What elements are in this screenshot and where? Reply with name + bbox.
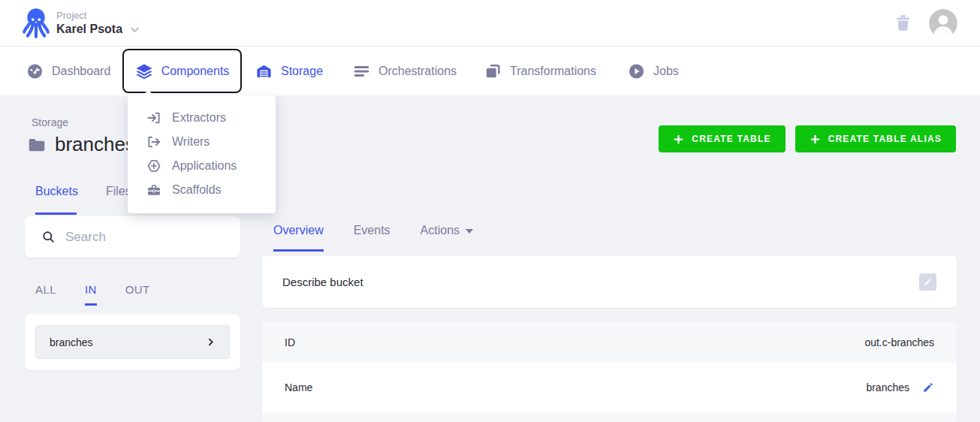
toolbox-icon (146, 182, 161, 197)
menu-item-label: Applications (172, 159, 237, 173)
components-dropdown-menu: Extractors Writers Applications (128, 95, 276, 213)
table-actions: CREATE TABLE CREATE TABLE ALIAS (659, 125, 956, 152)
menu-item-label: Extractors (172, 111, 226, 125)
app-page: Project Karel Psota (0, 0, 980, 422)
header-actions (894, 9, 957, 38)
user-avatar[interactable] (929, 9, 957, 38)
bucket-name: branches (50, 336, 93, 348)
nav-label: Dashboard (52, 65, 110, 78)
chevron-down-icon (129, 24, 140, 35)
active-tab-underline (35, 213, 77, 215)
filter-all[interactable]: ALL (35, 283, 56, 296)
table-row: ID out.c-branches (262, 321, 957, 363)
create-table-alias-label: CREATE TABLE ALIAS (828, 134, 942, 144)
bucket-list-item[interactable]: branches (35, 325, 230, 359)
chevron-right-icon (206, 337, 216, 347)
menu-item-extractors[interactable]: Extractors (128, 106, 276, 130)
nav-label: Storage (281, 65, 323, 78)
project-name-dropdown[interactable]: Karel Psota (56, 22, 140, 36)
describe-bucket-card: Describe bucket (262, 256, 957, 308)
plus-icon (673, 134, 684, 145)
nav-item-components[interactable]: Components (122, 49, 242, 93)
row-label: Name (285, 381, 312, 393)
sign-out-icon (146, 134, 161, 149)
nav-item-storage[interactable]: Storage (255, 62, 323, 80)
sign-in-icon (146, 110, 161, 125)
breadcrumb: Storage (32, 116, 68, 128)
nav-item-orchestrations[interactable]: Orchestrations (353, 62, 457, 80)
nav-item-dashboard[interactable]: Dashboard (26, 62, 110, 80)
filter-in[interactable]: IN (85, 283, 97, 296)
tab-actions-label: Actions (421, 224, 460, 237)
tab-overview[interactable]: Overview (273, 224, 324, 237)
menu-item-label: Writers (172, 135, 210, 149)
tab-buckets[interactable]: Buckets (35, 185, 78, 198)
search-icon (41, 230, 56, 244)
plus-icon (810, 134, 821, 145)
pencil-icon (922, 381, 934, 393)
create-table-alias-button[interactable]: CREATE TABLE ALIAS (795, 125, 956, 152)
bucket-list: branches (25, 314, 240, 370)
gauge-icon (26, 62, 44, 80)
nav-item-jobs[interactable]: Jobs (628, 62, 679, 80)
tab-actions[interactable]: Actions (421, 224, 473, 237)
tab-events[interactable]: Events (354, 224, 390, 237)
filter-out[interactable]: OUT (125, 283, 150, 296)
row-value: out.c-branches (864, 336, 934, 348)
bucket-title: branches (55, 133, 135, 156)
create-table-button[interactable]: CREATE TABLE (659, 125, 785, 152)
bucket-properties-table: ID out.c-branches Name branches (262, 321, 957, 422)
search-box (25, 216, 240, 258)
describe-bucket-label: Describe bucket (282, 276, 363, 288)
page-title: branches (27, 133, 135, 156)
warehouse-icon (255, 62, 273, 80)
keboola-octopus-logo-icon (23, 6, 50, 41)
project-switcher: Project Karel Psota (56, 10, 140, 36)
play-icon (628, 62, 645, 80)
top-header: Project Karel Psota (0, 0, 980, 47)
menu-item-label: Scaffolds (172, 183, 222, 197)
storage-tabs: Buckets Files (35, 185, 131, 198)
nav-label: Components (161, 65, 230, 78)
table-row (262, 412, 957, 422)
edit-name-button[interactable] (922, 381, 934, 393)
hexagon-plus-icon (146, 158, 161, 173)
bars-icon (353, 62, 370, 80)
bucket-detail-tabs: Overview Events Actions (273, 224, 473, 237)
menu-item-writers[interactable]: Writers (128, 130, 276, 154)
create-table-label: CREATE TABLE (692, 134, 770, 144)
table-row: Name branches (262, 363, 957, 412)
project-label: Project (56, 10, 140, 22)
menu-item-applications[interactable]: Applications (128, 154, 276, 178)
nav-label: Jobs (653, 65, 679, 78)
pencil-icon (923, 277, 933, 287)
row-label: ID (285, 336, 295, 348)
search-input[interactable] (65, 230, 223, 245)
nav-item-transformations[interactable]: Transformations (484, 62, 596, 80)
folder-icon (27, 135, 47, 155)
row-value: branches (866, 381, 909, 393)
nav-label: Transformations (510, 65, 596, 78)
bucket-filters: ALL IN OUT (35, 283, 150, 296)
nav-label: Orchestrations (378, 65, 457, 78)
project-name: Karel Psota (56, 22, 122, 36)
trash-icon[interactable] (894, 14, 912, 32)
caret-down-icon (466, 229, 473, 234)
edit-description-button[interactable] (919, 273, 936, 291)
squares-icon (484, 62, 502, 80)
layers-icon (135, 62, 153, 80)
content-area: Extractors Writers Applications (0, 95, 980, 422)
menu-item-scaffolds[interactable]: Scaffolds (128, 178, 276, 202)
main-nav: Dashboard Components Storage (0, 47, 980, 95)
